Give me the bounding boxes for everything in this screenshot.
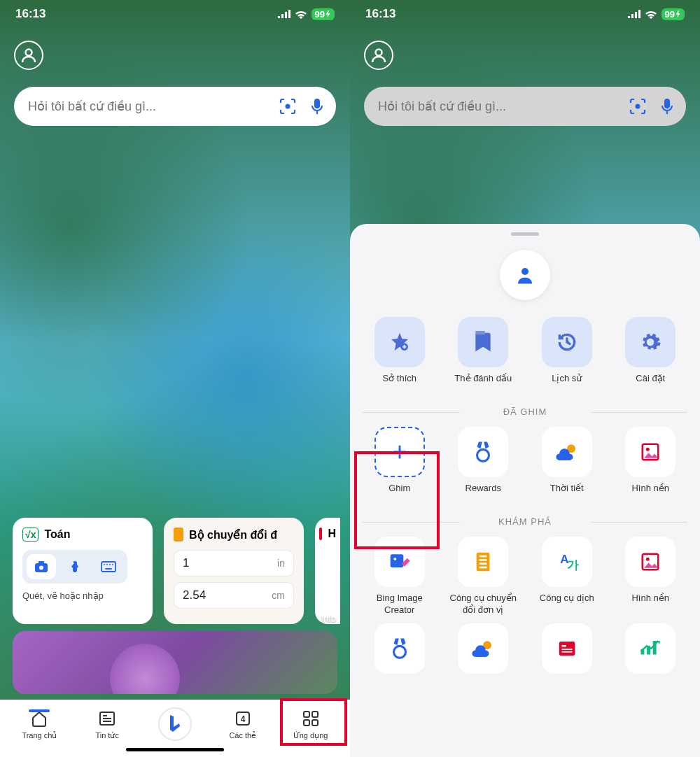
status-bar: 16:13 99 bbox=[0, 0, 350, 25]
image-card[interactable] bbox=[13, 631, 337, 694]
status-time: 16:13 bbox=[365, 7, 396, 21]
screen-home: 16:13 99 √x Toán Quét, vẽ hoặc nh bbox=[0, 0, 350, 757]
search-input[interactable] bbox=[28, 99, 279, 114]
translate-icon: A가 bbox=[555, 551, 579, 572]
weather-icon bbox=[554, 441, 580, 462]
svg-point-28 bbox=[648, 340, 653, 345]
math-draw-button[interactable] bbox=[60, 554, 90, 579]
svg-point-8 bbox=[104, 564, 105, 565]
screen-apps-sheet: 16:13 99 Sở thích Thẻ đánh dấu Lịch sử C… bbox=[350, 0, 700, 757]
svg-rect-5 bbox=[38, 561, 44, 564]
tile-settings[interactable]: Cài đặt bbox=[614, 317, 688, 397]
wifi-icon bbox=[295, 10, 307, 19]
image-creator-icon bbox=[388, 551, 411, 573]
tile-history[interactable]: Lịch sử bbox=[530, 317, 604, 397]
svg-point-1 bbox=[286, 104, 290, 109]
converter-title: Bộ chuyển đổi đ bbox=[189, 528, 277, 542]
svg-rect-36 bbox=[479, 556, 487, 558]
svg-text:가: 가 bbox=[567, 558, 579, 572]
bing-icon bbox=[166, 714, 184, 735]
bookmark-icon bbox=[473, 331, 493, 353]
partial-icon bbox=[319, 528, 322, 540]
converter-widget[interactable]: Bộ chuyển đổi đ 1 in 2.54 cm bbox=[164, 518, 304, 624]
svg-point-44 bbox=[393, 646, 405, 658]
person-icon bbox=[514, 264, 536, 285]
wallpaper-icon bbox=[640, 551, 661, 572]
signal-icon bbox=[628, 10, 640, 18]
search-bar[interactable] bbox=[14, 87, 336, 126]
highlight-apps-nav bbox=[280, 698, 347, 746]
stocks-icon bbox=[639, 639, 662, 658]
tile-wallpaper-2[interactable]: Hình nền bbox=[614, 537, 688, 616]
quick-row: Sở thích Thẻ đánh dấu Lịch sử Cài đặt bbox=[363, 317, 687, 397]
svg-point-11 bbox=[112, 564, 113, 565]
svg-point-23 bbox=[376, 50, 382, 56]
profile-button[interactable] bbox=[14, 41, 43, 70]
weather-icon bbox=[470, 638, 496, 659]
svg-point-43 bbox=[646, 558, 650, 561]
tile-stocks[interactable] bbox=[614, 623, 688, 674]
history-icon bbox=[556, 331, 578, 353]
svg-rect-38 bbox=[479, 563, 487, 565]
tile-news[interactable] bbox=[530, 623, 604, 674]
battery-badge: 99 bbox=[662, 8, 685, 20]
nav-bing[interactable] bbox=[147, 707, 203, 741]
converter-input-row[interactable]: 1 in bbox=[174, 550, 294, 576]
math-icon: √x bbox=[22, 528, 38, 542]
svg-rect-33 bbox=[390, 554, 403, 567]
camera-search-icon[interactable] bbox=[629, 97, 647, 115]
battery-badge: 99 bbox=[312, 8, 335, 20]
svg-point-4 bbox=[39, 566, 43, 570]
svg-text:4: 4 bbox=[240, 714, 245, 724]
tabs-icon: 4 bbox=[234, 709, 252, 728]
svg-point-24 bbox=[636, 104, 640, 109]
tile-weather-2[interactable] bbox=[447, 623, 521, 674]
tile-bookmarks[interactable]: Thẻ đánh dấu bbox=[447, 317, 521, 397]
svg-point-6 bbox=[72, 563, 74, 565]
svg-point-9 bbox=[106, 564, 108, 565]
mic-icon[interactable] bbox=[659, 97, 675, 115]
converter-icon bbox=[174, 528, 183, 542]
sheet-profile-button[interactable] bbox=[500, 250, 550, 300]
person-icon bbox=[370, 47, 387, 64]
converter-icon bbox=[475, 551, 491, 573]
search-bar[interactable] bbox=[364, 87, 686, 126]
signal-icon bbox=[278, 10, 290, 18]
nav-home[interactable]: Trang chủ bbox=[11, 708, 67, 740]
wifi-icon bbox=[645, 10, 657, 19]
info-label[interactable]: Info bbox=[321, 614, 336, 624]
partial-widget[interactable]: H bbox=[315, 518, 340, 624]
tile-translate[interactable]: A가Công cụ dịch bbox=[530, 537, 604, 616]
tile-unit-converter[interactable]: Công cụ chuyển đổi đơn vị bbox=[447, 537, 521, 616]
tile-rewards-2[interactable] bbox=[363, 623, 437, 674]
math-keyboard-button[interactable] bbox=[94, 554, 123, 579]
nav-tabs[interactable]: 4 Các thẻ bbox=[215, 708, 271, 740]
search-input[interactable] bbox=[378, 99, 629, 114]
status-time: 16:13 bbox=[15, 7, 46, 21]
svg-rect-39 bbox=[479, 567, 487, 569]
svg-point-10 bbox=[109, 564, 111, 565]
math-widget[interactable]: √x Toán Quét, vẽ hoặc nhập bbox=[13, 518, 153, 624]
math-camera-button[interactable] bbox=[27, 554, 56, 579]
wallpaper-icon bbox=[640, 441, 661, 462]
gear-icon bbox=[639, 331, 662, 353]
mic-icon[interactable] bbox=[309, 97, 325, 115]
svg-rect-7 bbox=[102, 562, 115, 572]
tile-wallpaper[interactable]: Hình nền bbox=[614, 427, 688, 507]
svg-rect-2 bbox=[314, 99, 320, 108]
tile-weather[interactable]: Thời tiết bbox=[530, 427, 604, 507]
converter-output-row[interactable]: 2.54 cm bbox=[174, 582, 294, 609]
camera-search-icon[interactable] bbox=[279, 97, 297, 115]
svg-point-29 bbox=[477, 449, 489, 461]
nav-news[interactable]: Tin tức bbox=[79, 708, 135, 740]
tile-rewards[interactable]: Rewards bbox=[447, 427, 521, 507]
svg-point-0 bbox=[26, 50, 32, 56]
svg-rect-48 bbox=[561, 649, 572, 650]
sheet-handle[interactable] bbox=[511, 232, 539, 236]
svg-point-32 bbox=[646, 448, 650, 451]
home-indicator[interactable] bbox=[126, 748, 224, 751]
svg-point-34 bbox=[393, 558, 396, 560]
profile-button[interactable] bbox=[364, 41, 393, 70]
math-title: Toán bbox=[44, 528, 70, 541]
tile-interests[interactable]: Sở thích bbox=[363, 317, 437, 397]
